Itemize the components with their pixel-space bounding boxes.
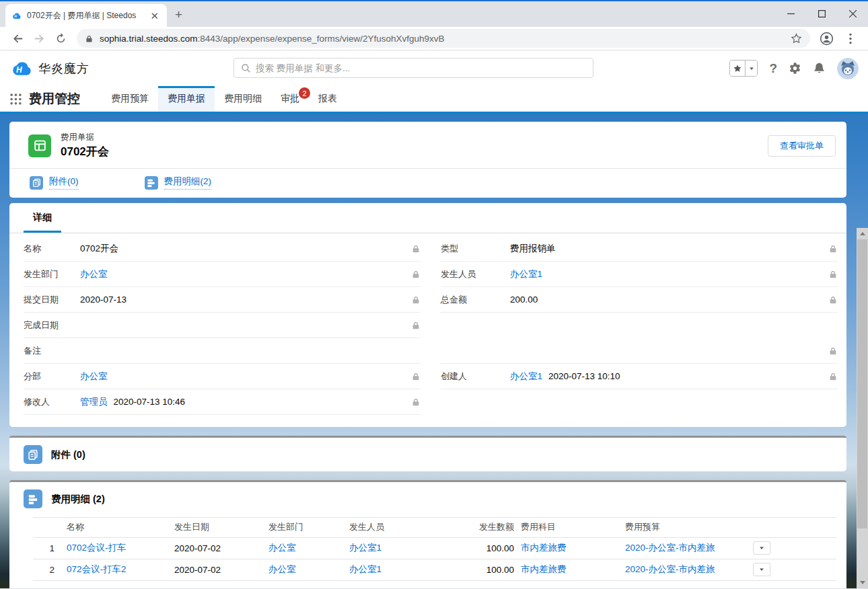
lock-icon	[828, 244, 838, 253]
lock-icon	[828, 346, 838, 356]
expense-lines-list-icon	[24, 489, 42, 508]
related-link-expense-lines[interactable]: 费用明细(2)	[145, 175, 212, 190]
lock-icon	[828, 270, 838, 279]
attachments-section-card: 附件 (0)	[9, 436, 846, 471]
page-scrollbar[interactable]	[857, 228, 868, 588]
col-date: 发生日期	[174, 518, 268, 538]
user-avatar[interactable]	[837, 58, 859, 79]
tab-expense-lines[interactable]: 费用明细	[215, 86, 271, 112]
line-person-link[interactable]: 办公室1	[349, 543, 382, 553]
field-submit-date: 提交日期 2020-07-13	[24, 287, 421, 313]
field-division: 分部 办公室	[24, 364, 421, 389]
setup-gear-icon[interactable]	[789, 62, 801, 75]
col-amount: 发生数额	[474, 518, 521, 538]
col-dept: 发生部门	[268, 518, 349, 538]
notifications-bell-icon[interactable]	[813, 62, 826, 75]
help-icon[interactable]: ?	[769, 61, 777, 76]
lock-icon	[411, 295, 421, 305]
line-dept-link[interactable]: 办公室	[268, 564, 296, 574]
app-launcher-waffle-icon[interactable]	[9, 86, 22, 112]
window-close-button[interactable]	[837, 1, 868, 26]
browser-titlebar: 0702开会 | 费用单据 | Steedos ✕ +	[0, 1, 868, 27]
tab-approvals[interactable]: 审批2	[271, 86, 309, 112]
brand-cloud-logo	[8, 59, 33, 77]
row-actions-dropdown[interactable]	[753, 563, 770, 576]
app-name: 费用管控	[29, 86, 80, 112]
scrollbar-up-arrow[interactable]	[857, 228, 868, 239]
browser-profile-icon[interactable]	[816, 29, 837, 48]
attachments-link[interactable]: 附件(0)	[49, 175, 79, 190]
window-minimize-button[interactable]	[775, 1, 806, 26]
field-complete-date: 完成日期	[24, 313, 421, 338]
field-department: 发生部门 办公室	[24, 262, 421, 287]
back-button[interactable]	[7, 29, 28, 48]
url-host: sophia.trial.steedos.com	[100, 34, 198, 44]
favorite-star-icon[interactable]	[730, 61, 745, 76]
scrollbar-thumb[interactable]	[857, 239, 867, 528]
lock-icon	[828, 295, 838, 305]
department-link[interactable]: 办公室	[80, 268, 108, 280]
col-person: 发生人员	[349, 518, 474, 538]
tab-expense-budget[interactable]: 费用预算	[102, 86, 158, 112]
related-link-attachments[interactable]: 附件(0)	[30, 175, 79, 190]
refresh-button[interactable]	[50, 29, 71, 48]
attachments-doc-icon	[24, 445, 42, 464]
col-row-number	[33, 518, 67, 538]
expense-form-object-icon	[28, 134, 51, 157]
detail-card: 详细 名称 0702开会 发生部门 办公室 提交日期 2020-07-13	[9, 203, 846, 427]
new-tab-button[interactable]: +	[175, 7, 182, 22]
favorites-button[interactable]	[729, 60, 758, 77]
line-budget-link[interactable]: 2020-办公室-市内差旅	[625, 543, 715, 553]
url-path: :8443/app/expense/expense_forms/view/2Yf…	[198, 34, 445, 44]
tab-close-icon[interactable]: ✕	[147, 9, 161, 22]
page-content: 费用单据 0702开会 查看审批单 附件(0) 费用明细(2) 详细 名称	[0, 114, 868, 588]
browser-tab-title: 0702开会 | 费用单据 | Steedos	[27, 10, 142, 22]
expense-lines-link[interactable]: 费用明细(2)	[164, 175, 212, 190]
brand[interactable]: 华炎魔方	[8, 59, 89, 77]
view-approval-button[interactable]: 查看审批单	[768, 135, 836, 157]
record-header-card: 费用单据 0702开会 查看审批单 附件(0) 费用明细(2)	[9, 122, 846, 198]
url-text[interactable]: sophia.trial.steedos.com:8443/app/expens…	[100, 34, 785, 44]
attachments-doc-icon	[30, 176, 43, 190]
favorites-dropdown-icon[interactable]	[745, 61, 757, 76]
col-actions	[753, 518, 836, 538]
field-name: 名称 0702开会	[24, 236, 421, 262]
bookmark-star-icon[interactable]	[791, 33, 802, 44]
search-input[interactable]	[256, 63, 586, 73]
tab-expense-forms[interactable]: 费用单据	[158, 86, 215, 112]
modified-time: 2020-07-13 10:46	[114, 397, 186, 407]
lock-icon	[828, 372, 838, 381]
line-name-link[interactable]: 0702会议-打车	[67, 543, 126, 553]
scrollbar-down-arrow[interactable]	[857, 577, 868, 588]
line-subject-link[interactable]: 市内差旅费	[521, 543, 567, 553]
modified-by-link[interactable]: 管理员	[80, 396, 108, 408]
line-name-link[interactable]: 072会议-打车2	[67, 564, 126, 574]
person-link[interactable]: 办公室1	[510, 268, 542, 280]
created-time: 2020-07-13 10:10	[548, 371, 620, 381]
browser-tab[interactable]: 0702开会 | 费用单据 | Steedos ✕	[5, 4, 167, 27]
line-person-link[interactable]: 办公室1	[349, 564, 382, 574]
field-person: 发生人员 办公室1	[441, 262, 838, 287]
line-dept-link[interactable]: 办公室	[268, 543, 296, 553]
object-label: 费用单据	[61, 132, 109, 143]
row-actions-dropdown[interactable]	[753, 541, 770, 555]
field-type: 类型 费用报销单	[441, 236, 838, 262]
lock-icon	[411, 397, 421, 407]
line-budget-link[interactable]: 2020-办公室-市内差旅	[625, 564, 715, 574]
lock-icon	[411, 372, 421, 381]
col-subject: 费用科目	[521, 518, 625, 538]
division-link[interactable]: 办公室	[80, 370, 108, 383]
field-remarks: 备注	[24, 338, 421, 364]
tab-reports[interactable]: 报表	[309, 86, 347, 112]
field-created-by: 创建人 办公室12020-07-13 10:10	[441, 364, 838, 389]
expense-lines-section-card: 费用明细 (2) 名称 发生日期 发生部门 发生人员 发生数额 费用科目 费用预…	[9, 480, 846, 588]
address-bar[interactable]: sophia.trial.steedos.com:8443/app/expens…	[77, 29, 810, 48]
created-by-link[interactable]: 办公室1	[510, 370, 542, 383]
line-subject-link[interactable]: 市内差旅费	[521, 564, 567, 574]
browser-menu-icon[interactable]	[840, 29, 861, 48]
window-maximize-button[interactable]	[806, 1, 837, 26]
forward-button[interactable]	[28, 29, 50, 48]
tab-detail[interactable]: 详细	[24, 212, 61, 233]
global-search[interactable]	[233, 58, 593, 78]
field-total-amount: 总金额 200.00	[441, 287, 838, 313]
